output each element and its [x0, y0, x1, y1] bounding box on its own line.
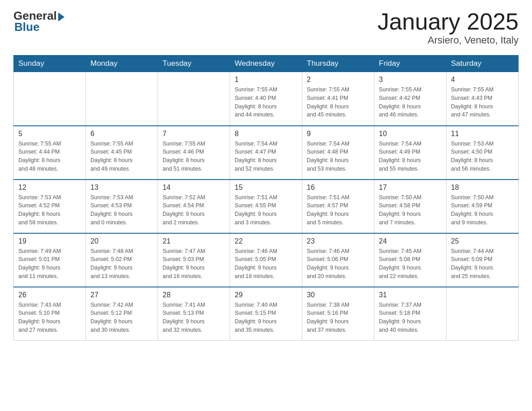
calendar-cell: 24Sunrise: 7:45 AM Sunset: 5:08 PM Dayli… [374, 233, 446, 287]
calendar-cell: 27Sunrise: 7:42 AM Sunset: 5:12 PM Dayli… [86, 287, 158, 341]
day-number: 26 [18, 291, 81, 299]
calendar-cell: 28Sunrise: 7:41 AM Sunset: 5:13 PM Dayli… [158, 287, 230, 341]
calendar-cell [446, 287, 519, 341]
day-info: Sunrise: 7:53 AM Sunset: 4:52 PM Dayligh… [18, 193, 81, 227]
day-info: Sunrise: 7:55 AM Sunset: 4:43 PM Dayligh… [451, 86, 514, 119]
day-number: 24 [379, 237, 442, 245]
day-number: 23 [307, 237, 369, 245]
day-number: 19 [18, 237, 81, 245]
day-number: 22 [235, 237, 297, 245]
calendar-table: SundayMondayTuesdayWednesdayThursdayFrid… [13, 55, 519, 341]
day-info: Sunrise: 7:40 AM Sunset: 5:15 PM Dayligh… [235, 301, 297, 334]
calendar-cell: 21Sunrise: 7:47 AM Sunset: 5:03 PM Dayli… [158, 233, 230, 287]
column-header-sunday: Sunday [14, 56, 86, 72]
calendar-cell: 1Sunrise: 7:55 AM Sunset: 4:40 PM Daylig… [230, 72, 302, 126]
calendar-week-row: 26Sunrise: 7:43 AM Sunset: 5:10 PM Dayli… [14, 287, 519, 341]
calendar-week-row: 19Sunrise: 7:49 AM Sunset: 5:01 PM Dayli… [14, 233, 519, 287]
day-info: Sunrise: 7:50 AM Sunset: 4:59 PM Dayligh… [451, 193, 514, 227]
day-number: 18 [451, 184, 514, 192]
day-number: 5 [18, 130, 81, 138]
calendar-cell: 3Sunrise: 7:55 AM Sunset: 4:42 PM Daylig… [374, 72, 446, 126]
day-number: 12 [18, 184, 81, 192]
day-info: Sunrise: 7:55 AM Sunset: 4:40 PM Dayligh… [235, 86, 297, 119]
day-number: 30 [307, 291, 369, 299]
day-info: Sunrise: 7:46 AM Sunset: 5:06 PM Dayligh… [307, 247, 369, 281]
day-number: 6 [90, 130, 153, 138]
day-info: Sunrise: 7:53 AM Sunset: 4:53 PM Dayligh… [90, 193, 153, 227]
day-number: 8 [235, 130, 297, 138]
title-section: January 2025 Arsiero, Veneto, Italy [378, 9, 519, 46]
calendar-cell: 12Sunrise: 7:53 AM Sunset: 4:52 PM Dayli… [14, 180, 86, 233]
calendar-cell: 29Sunrise: 7:40 AM Sunset: 5:15 PM Dayli… [230, 287, 302, 341]
day-info: Sunrise: 7:54 AM Sunset: 4:47 PM Dayligh… [235, 140, 297, 173]
day-number: 27 [90, 291, 153, 299]
day-number: 13 [90, 184, 153, 192]
day-number: 29 [235, 291, 297, 299]
day-info: Sunrise: 7:55 AM Sunset: 4:46 PM Dayligh… [163, 140, 225, 173]
calendar-cell: 5Sunrise: 7:55 AM Sunset: 4:44 PM Daylig… [14, 126, 86, 180]
day-info: Sunrise: 7:54 AM Sunset: 4:49 PM Dayligh… [379, 140, 442, 173]
calendar-cell: 23Sunrise: 7:46 AM Sunset: 5:06 PM Dayli… [302, 233, 374, 287]
calendar-cell: 31Sunrise: 7:37 AM Sunset: 5:18 PM Dayli… [374, 287, 446, 341]
calendar-cell: 17Sunrise: 7:50 AM Sunset: 4:58 PM Dayli… [374, 180, 446, 233]
day-info: Sunrise: 7:38 AM Sunset: 5:16 PM Dayligh… [307, 301, 369, 334]
day-info: Sunrise: 7:46 AM Sunset: 5:05 PM Dayligh… [235, 247, 297, 281]
day-number: 16 [307, 184, 369, 192]
day-number: 1 [235, 76, 297, 84]
day-info: Sunrise: 7:55 AM Sunset: 4:44 PM Dayligh… [18, 140, 81, 173]
day-number: 21 [163, 237, 225, 245]
calendar-week-row: 1Sunrise: 7:55 AM Sunset: 4:40 PM Daylig… [14, 72, 519, 126]
calendar-cell: 10Sunrise: 7:54 AM Sunset: 4:49 PM Dayli… [374, 126, 446, 180]
calendar-cell: 6Sunrise: 7:55 AM Sunset: 4:45 PM Daylig… [86, 126, 158, 180]
calendar-cell: 30Sunrise: 7:38 AM Sunset: 5:16 PM Dayli… [302, 287, 374, 341]
calendar-cell: 18Sunrise: 7:50 AM Sunset: 4:59 PM Dayli… [446, 180, 519, 233]
calendar-week-row: 12Sunrise: 7:53 AM Sunset: 4:52 PM Dayli… [14, 180, 519, 233]
calendar-cell: 14Sunrise: 7:52 AM Sunset: 4:54 PM Dayli… [158, 180, 230, 233]
calendar-header-row: SundayMondayTuesdayWednesdayThursdayFrid… [14, 56, 519, 72]
logo-blue-text: Blue [14, 20, 39, 34]
calendar-cell: 13Sunrise: 7:53 AM Sunset: 4:53 PM Dayli… [86, 180, 158, 233]
logo-arrow-icon [58, 13, 64, 21]
location-text: Arsiero, Veneto, Italy [378, 34, 519, 46]
calendar-cell: 8Sunrise: 7:54 AM Sunset: 4:47 PM Daylig… [230, 126, 302, 180]
calendar-cell: 22Sunrise: 7:46 AM Sunset: 5:05 PM Dayli… [230, 233, 302, 287]
day-info: Sunrise: 7:51 AM Sunset: 4:57 PM Dayligh… [307, 193, 369, 227]
calendar-cell: 20Sunrise: 7:48 AM Sunset: 5:02 PM Dayli… [86, 233, 158, 287]
calendar-cell: 15Sunrise: 7:51 AM Sunset: 4:55 PM Dayli… [230, 180, 302, 233]
day-info: Sunrise: 7:44 AM Sunset: 5:09 PM Dayligh… [451, 247, 514, 281]
calendar-cell: 11Sunrise: 7:53 AM Sunset: 4:50 PM Dayli… [446, 126, 519, 180]
day-info: Sunrise: 7:47 AM Sunset: 5:03 PM Dayligh… [163, 247, 225, 281]
calendar-cell: 7Sunrise: 7:55 AM Sunset: 4:46 PM Daylig… [158, 126, 230, 180]
calendar-cell [14, 72, 86, 126]
day-number: 11 [451, 130, 514, 138]
column-header-thursday: Thursday [302, 56, 374, 72]
month-title: January 2025 [378, 9, 519, 34]
day-number: 4 [451, 76, 514, 84]
day-number: 20 [90, 237, 153, 245]
page-header: General Blue January 2025 Arsiero, Venet… [13, 9, 519, 46]
day-info: Sunrise: 7:48 AM Sunset: 5:02 PM Dayligh… [90, 247, 153, 281]
column-header-monday: Monday [86, 56, 158, 72]
day-info: Sunrise: 7:43 AM Sunset: 5:10 PM Dayligh… [18, 301, 81, 334]
day-info: Sunrise: 7:53 AM Sunset: 4:50 PM Dayligh… [451, 140, 514, 173]
day-number: 7 [163, 130, 225, 138]
column-header-tuesday: Tuesday [158, 56, 230, 72]
day-number: 17 [379, 184, 442, 192]
day-info: Sunrise: 7:45 AM Sunset: 5:08 PM Dayligh… [379, 247, 442, 281]
day-number: 2 [307, 76, 369, 84]
day-info: Sunrise: 7:54 AM Sunset: 4:48 PM Dayligh… [307, 140, 369, 173]
day-number: 14 [163, 184, 225, 192]
day-number: 25 [451, 237, 514, 245]
column-header-friday: Friday [374, 56, 446, 72]
day-info: Sunrise: 7:49 AM Sunset: 5:01 PM Dayligh… [18, 247, 81, 281]
calendar-cell: 4Sunrise: 7:55 AM Sunset: 4:43 PM Daylig… [446, 72, 519, 126]
day-number: 28 [163, 291, 225, 299]
day-info: Sunrise: 7:37 AM Sunset: 5:18 PM Dayligh… [379, 301, 442, 334]
calendar-cell: 9Sunrise: 7:54 AM Sunset: 4:48 PM Daylig… [302, 126, 374, 180]
column-header-wednesday: Wednesday [230, 56, 302, 72]
column-header-saturday: Saturday [446, 56, 519, 72]
calendar-cell [158, 72, 230, 126]
calendar-cell: 2Sunrise: 7:55 AM Sunset: 4:41 PM Daylig… [302, 72, 374, 126]
day-info: Sunrise: 7:42 AM Sunset: 5:12 PM Dayligh… [90, 301, 153, 334]
day-info: Sunrise: 7:50 AM Sunset: 4:58 PM Dayligh… [379, 193, 442, 227]
